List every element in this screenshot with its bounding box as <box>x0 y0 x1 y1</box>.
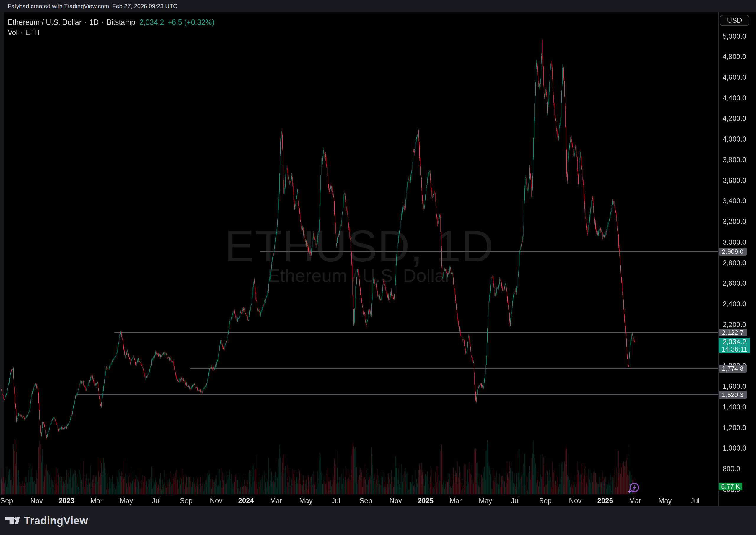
price-tick-label: 2,800.0 <box>723 259 746 267</box>
time-tick-year: 2024 <box>238 497 254 505</box>
legend-separator: · <box>99 18 106 26</box>
last-price-tag: 2,034.214:36:11 <box>719 338 750 353</box>
time-tick-month: May <box>120 497 133 505</box>
legend-change: +6.5 (+0.32%) <box>168 18 214 26</box>
time-tick-month: Nov <box>390 497 402 505</box>
legend-volume-row[interactable]: Vol·ETH <box>8 28 214 37</box>
price-tick-label: 2,400.0 <box>723 300 746 308</box>
time-tick-month: Jul <box>331 497 340 505</box>
time-tick-month: May <box>299 497 312 505</box>
price-tick-label: 3,000.0 <box>723 238 746 246</box>
price-tick-label: 1,600.0 <box>723 382 746 390</box>
price-level-tag: 1,774.8 <box>719 365 746 373</box>
chart-legend: Ethereum / U.S. Dollar·1D·Bitstamp2,034.… <box>8 16 214 37</box>
time-tick-month: Jul <box>152 497 161 505</box>
price-tick-label: 2,200.0 <box>723 321 746 329</box>
time-tick-month: Mar <box>270 497 282 505</box>
legend-symbol-title: Ethereum / U.S. Dollar <box>8 18 82 26</box>
time-tick-month: Mar <box>449 497 462 505</box>
currency-unit-label: USD <box>727 16 742 24</box>
volume-value-tag: 5.77 K <box>719 483 742 491</box>
price-tick-label: 1,000.0 <box>723 444 746 452</box>
price-tick-label: 4,800.0 <box>723 53 746 61</box>
currency-unit-button[interactable]: USD <box>720 15 749 26</box>
price-tick-label: 4,400.0 <box>723 94 746 102</box>
attribution-bar: Fatyhad created with TradingView.com, Fe… <box>0 0 756 13</box>
price-tick-label: 2,600.0 <box>723 279 746 288</box>
time-tick-year: 2026 <box>597 497 613 505</box>
volume-study-label: Vol <box>8 28 17 36</box>
time-tick-month: May <box>479 497 492 505</box>
attribution-text: Fatyhad created with TradingView.com, Fe… <box>8 3 177 10</box>
last-price-value: 2,034.2 <box>719 338 750 346</box>
time-tick-month: Nov <box>30 497 43 505</box>
lightning-flash-icon[interactable] <box>627 481 641 495</box>
time-tick-month: May <box>658 497 671 505</box>
tradingview-snapshot: { "header": { "note": "Fatyhad created w… <box>0 0 756 535</box>
legend-interval: 1D <box>89 18 99 26</box>
price-level-tag: 2,909.0 <box>719 247 746 256</box>
price-tick-label: 4,000.0 <box>723 135 746 143</box>
time-tick-year: 2025 <box>418 497 434 505</box>
price-tick-label: 3,800.0 <box>723 156 746 164</box>
volume-study-symbol: ETH <box>25 28 39 36</box>
price-axis-border <box>718 13 719 506</box>
legend-separator: · <box>82 18 89 26</box>
price-chart-canvas[interactable] <box>0 0 756 535</box>
time-tick-month: Mar <box>90 497 102 505</box>
time-tick-month: Jul <box>690 497 700 505</box>
price-tick-label: 1,200.0 <box>723 424 746 432</box>
time-tick-year: 2023 <box>59 497 74 505</box>
time-tick-month: Nov <box>569 497 582 505</box>
price-tick-label: 5,000.0 <box>723 32 746 41</box>
legend-separator: · <box>17 28 25 36</box>
time-tick-month: Sep <box>0 497 13 505</box>
time-tick-month: Sep <box>180 497 193 505</box>
tradingview-wordmark[interactable]: TradingView <box>24 515 88 527</box>
legend-symbol-row[interactable]: Ethereum / U.S. Dollar·1D·Bitstamp2,034.… <box>8 16 214 28</box>
time-tick-month: Mar <box>629 497 641 505</box>
time-tick-month: Jul <box>511 497 520 505</box>
price-tick-label: 3,600.0 <box>723 176 746 184</box>
footer-brand-bar: TradingView <box>0 506 756 535</box>
time-tick-month: Sep <box>359 497 372 505</box>
price-tick-label: 3,200.0 <box>723 217 746 226</box>
legend-last-price: 2,034.2 <box>139 18 164 26</box>
time-tick-month: Nov <box>210 497 223 505</box>
tradingview-logo-icon[interactable] <box>5 517 20 525</box>
price-tick-label: 1,400.0 <box>723 403 746 411</box>
price-tick-label: 3,400.0 <box>723 197 746 205</box>
price-tick-label: 4,200.0 <box>723 114 746 123</box>
legend-exchange: Bitstamp <box>107 18 135 26</box>
price-tick-label: 800.0 <box>723 465 740 473</box>
bar-countdown: 14:36:11 <box>719 346 750 353</box>
price-level-tag: 1,520.3 <box>719 391 746 399</box>
time-axis-border-top <box>0 494 756 495</box>
price-level-tag: 2,122.7 <box>719 328 746 336</box>
price-tick-label: 4,600.0 <box>723 73 746 82</box>
time-tick-month: Sep <box>539 497 552 505</box>
